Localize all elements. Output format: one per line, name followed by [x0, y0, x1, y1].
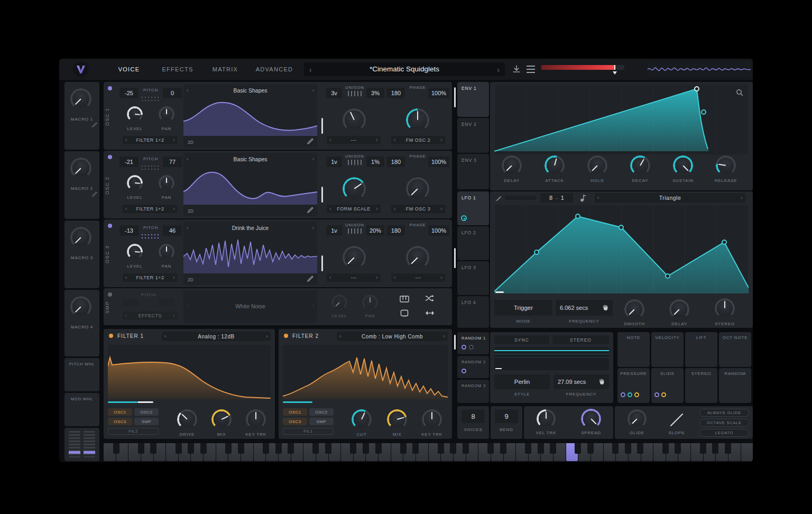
octave-scale-toggle[interactable]: OCTAVE SCALE: [699, 419, 749, 427]
osc-2-unison-detune[interactable]: 1%: [366, 157, 384, 167]
loop-icon[interactable]: [400, 309, 409, 317]
piano-key-black[interactable]: [325, 443, 331, 454]
macro-4-knob[interactable]: [70, 296, 91, 317]
legato-toggle[interactable]: LEGATO: [699, 429, 749, 437]
osc-3-transpose[interactable]: -13: [119, 225, 139, 236]
next-wavetable-icon[interactable]: [312, 157, 314, 162]
menu-icon[interactable]: [527, 66, 535, 73]
mod-source-oct-note[interactable]: OCT NOTE: [719, 332, 751, 367]
osc-2-distortion-type[interactable]: FM OSC 3: [391, 205, 445, 213]
edit-pencil-icon[interactable]: [307, 276, 313, 282]
next-icon[interactable]: [440, 275, 442, 280]
piano-key-black[interactable]: [363, 443, 369, 454]
piano-key-black[interactable]: [275, 443, 282, 454]
tab-random-2[interactable]: RANDOM 2: [457, 356, 489, 378]
osc-3-power-led[interactable]: [108, 224, 112, 228]
piano-key-black[interactable]: [188, 443, 194, 454]
tab-random-3[interactable]: RANDOM 3: [457, 380, 489, 403]
osc-3-distortion-knob[interactable]: [406, 246, 429, 269]
piano-key-black[interactable]: [662, 443, 669, 454]
osc-3-distortion-type[interactable]: ---: [391, 273, 445, 282]
lfo-delay-knob[interactable]: [669, 299, 689, 319]
view-mode-toggle[interactable]: 2D: [188, 140, 193, 145]
filter-1-cutoff-slider[interactable]: [108, 401, 137, 403]
osc-1-morph-knob[interactable]: [343, 108, 366, 132]
osc-1-phase[interactable]: 180: [387, 88, 405, 98]
wavetable-frame-slider[interactable]: [321, 255, 323, 271]
next-icon[interactable]: [440, 137, 442, 143]
sample-name[interactable]: White Noise: [183, 303, 317, 309]
tab-random-1[interactable]: RANDOM 1: [457, 332, 489, 354]
piano-key-black[interactable]: [375, 443, 382, 454]
env-attack-knob[interactable]: [545, 155, 565, 176]
edit-pencil-icon[interactable]: [307, 207, 313, 213]
osc-3-level-knob[interactable]: [127, 244, 143, 260]
osc-2-distortion-knob[interactable]: [406, 177, 429, 200]
osc-1-tune[interactable]: 0: [163, 88, 182, 98]
tab-lfo-3[interactable]: LFO 3: [457, 261, 489, 295]
filter-1-input-fil2[interactable]: FIL2: [108, 428, 159, 435]
osc-1-distortion-knob[interactable]: [406, 108, 429, 132]
random-frequency-field[interactable]: 27.09 secs: [553, 374, 609, 389]
piano-key-black[interactable]: [725, 443, 731, 454]
osc-2-level-knob[interactable]: [127, 175, 143, 191]
piano-key-black[interactable]: [575, 443, 581, 454]
piano-key-black[interactable]: [612, 443, 619, 454]
preset-name[interactable]: *Cinematic Squidglets: [304, 65, 505, 73]
vel-trk-knob[interactable]: [537, 409, 556, 428]
scrollbar[interactable]: [454, 87, 456, 107]
mod-source-velocity[interactable]: VELOCITY: [651, 332, 684, 367]
edit-pencil-icon[interactable]: [307, 138, 313, 144]
osc-1-power-led[interactable]: [108, 86, 112, 90]
save-download-icon[interactable]: [512, 65, 521, 74]
lfo-grid-stepper[interactable]: 8-1: [540, 193, 573, 203]
piano-key-black[interactable]: [450, 443, 456, 454]
filter-1-keytrack-knob[interactable]: [246, 409, 266, 429]
filter-2-cutoff-slider[interactable]: [283, 401, 312, 403]
scrollbar[interactable]: [454, 335, 456, 350]
filter-2-mix-knob[interactable]: [387, 409, 407, 429]
piano-key-black[interactable]: [400, 443, 407, 454]
osc-3-phase-rand[interactable]: 100%: [428, 225, 449, 236]
bend-value[interactable]: 9: [495, 409, 518, 423]
filter-1-resonance-slider[interactable]: [137, 401, 153, 403]
filter-2-display[interactable]: [283, 345, 448, 399]
piano-key-black[interactable]: [225, 443, 232, 454]
mod-amount-knob[interactable]: [654, 392, 659, 397]
osc-1-unison-detune[interactable]: 3%: [366, 88, 384, 98]
tab-lfo-4[interactable]: LFO 4: [457, 296, 489, 328]
next-wavetable-icon[interactable]: [312, 88, 314, 93]
next-preset-icon[interactable]: [497, 66, 500, 74]
osc-2-filter-routing[interactable]: FILTER 1+2: [123, 205, 178, 213]
next-icon[interactable]: [376, 275, 378, 280]
voices-value[interactable]: 8: [462, 409, 485, 423]
osc-1-distortion-type[interactable]: FM OSC 2: [391, 136, 445, 144]
sampler-transpose[interactable]: [123, 299, 139, 306]
filter-1-input-osc3[interactable]: OSC3: [108, 418, 132, 425]
osc-2-morph-knob[interactable]: [343, 177, 366, 200]
piano-key-black[interactable]: [487, 443, 494, 454]
piano-key-black[interactable]: [525, 443, 531, 454]
piano-key-black[interactable]: [412, 443, 419, 454]
filter-2-power-led[interactable]: [284, 334, 288, 338]
keytrack-note-icon[interactable]: [580, 194, 586, 202]
edit-pencil-icon[interactable]: [92, 122, 97, 127]
random-sync-button[interactable]: SYNC: [494, 335, 549, 344]
keytrack-keyboard-icon[interactable]: [400, 296, 409, 302]
osc-1-phase-rand[interactable]: 100%: [428, 88, 449, 98]
osc-1-unison-voices[interactable]: 3v: [326, 88, 342, 98]
piano-key-black[interactable]: [150, 443, 156, 454]
next-icon[interactable]: [376, 137, 378, 143]
filter-2-input-osc1[interactable]: OSC1: [283, 408, 307, 416]
env-release-knob[interactable]: [716, 155, 736, 176]
volume-marker[interactable]: [613, 71, 617, 75]
env-sustain-knob[interactable]: [673, 155, 693, 176]
mod-source-stereo[interactable]: STEREO: [685, 368, 717, 403]
osc-2-power-led[interactable]: [108, 155, 112, 159]
piano-key-black[interactable]: [288, 443, 294, 454]
piano-key-black[interactable]: [138, 443, 144, 454]
piano-key-black[interactable]: [587, 443, 594, 454]
mod-amount-knob[interactable]: [462, 369, 466, 373]
piano-key-black[interactable]: [263, 443, 269, 454]
sampler-level-knob[interactable]: [331, 295, 347, 310]
